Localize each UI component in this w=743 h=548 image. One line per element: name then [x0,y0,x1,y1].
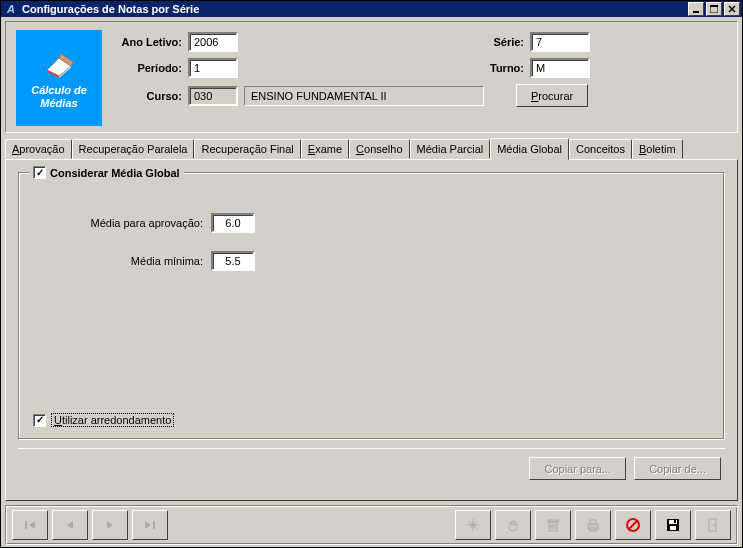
prev-button[interactable] [52,510,88,540]
group-media-global: Considerar Média Global Média para aprov… [18,172,725,440]
client-area: Cálculo de Médias Ano Letivo: 2006 Série… [1,17,742,548]
svg-rect-2 [710,5,718,7]
next-button[interactable] [92,510,128,540]
first-button[interactable] [12,510,48,540]
svg-marker-12 [107,521,113,529]
toolbar [5,505,738,545]
header-panel: Cálculo de Médias Ano Letivo: 2006 Série… [5,21,738,133]
titlebar: A Configurações de Notas por Série [1,1,742,17]
last-button[interactable] [132,510,168,540]
ano-letivo-label: Ano Letivo: [114,36,182,48]
svg-rect-21 [548,520,558,522]
tab-exame[interactable]: Exame [301,139,349,159]
edit-button[interactable] [495,510,531,540]
printer-icon [585,517,601,533]
group-title: Considerar Média Global [29,166,184,179]
media-min-label: Média mínima: [73,255,203,267]
media-min-input[interactable]: 5.5 [211,251,255,271]
considerar-checkbox[interactable] [33,166,46,179]
ano-letivo-input[interactable]: 2006 [188,32,238,52]
curso-label: Curso: [114,90,182,102]
tab-rec-final[interactable]: Recuperação Final [194,139,300,159]
svg-marker-11 [67,521,73,529]
svg-rect-26 [590,520,596,524]
tab-conselho[interactable]: Conselho [349,139,410,159]
svg-line-29 [629,521,637,529]
media-aprov-input[interactable]: 6.0 [211,213,255,233]
svg-rect-9 [25,521,27,529]
tab-media-global[interactable]: Média Global [490,138,569,160]
considerar-label: Considerar Média Global [50,167,180,179]
turno-input[interactable]: M [530,58,590,78]
new-button[interactable] [455,510,491,540]
arred-checkbox[interactable] [33,414,46,427]
exit-button[interactable] [695,510,731,540]
nav-buttons [12,510,168,540]
svg-rect-0 [693,11,699,13]
calc-medias-tile[interactable]: Cálculo de Médias [16,30,102,126]
serie-input[interactable]: 7 [530,32,590,52]
next-icon [103,519,117,531]
cancel-button[interactable] [615,510,651,540]
tab-strip: Aprovação Recuperação Paralela Recuperaç… [5,137,738,159]
trash-icon [545,517,561,533]
arred-label: Utilizar arredondamento [51,413,174,427]
action-buttons [455,510,731,540]
copiar-de-button[interactable]: Copiar de... [634,457,721,480]
periodo-label: Período: [114,62,182,74]
first-icon [23,519,37,531]
turno-label: Turno: [474,62,524,74]
tile-label-1: Cálculo de [31,84,87,97]
svg-marker-10 [29,521,35,529]
media-aprov-label: Média para aprovação: [73,217,203,229]
app-icon: A [3,1,19,17]
header-fields: Ano Letivo: 2006 Série: 7 Período: 1 Tur… [114,30,727,126]
tab-page-media-global: Considerar Média Global Média para aprov… [5,159,738,501]
floppy-icon [665,517,681,533]
maximize-button[interactable] [706,2,722,16]
window-controls [686,2,740,16]
no-entry-icon [625,517,641,533]
svg-rect-33 [674,520,676,523]
rounding-row: Utilizar arredondamento [33,413,174,427]
door-icon [705,517,721,533]
window: A Configurações de Notas por Série Cálcu… [0,0,743,548]
tab-rec-paralela[interactable]: Recuperação Paralela [72,139,195,159]
window-title: Configurações de Notas por Série [22,3,686,15]
procurar-button[interactable]: Procurar [516,84,588,107]
tab-media-parcial[interactable]: Média Parcial [410,139,491,159]
close-button[interactable] [724,2,740,16]
svg-rect-14 [153,521,155,529]
tab-boletim[interactable]: Boletim [632,139,683,159]
serie-label: Série: [474,36,524,48]
prev-icon [63,519,77,531]
svg-marker-13 [145,521,151,529]
copy-buttons: Copiar para... Copiar de... [18,448,725,488]
curso-code: 030 [188,86,238,106]
tabs: Aprovação Recuperação Paralela Recuperaç… [5,137,738,501]
periodo-input[interactable]: 1 [188,58,238,78]
tab-aprovacao[interactable]: Aprovação [5,139,72,159]
minimize-button[interactable] [688,2,704,16]
copiar-para-button[interactable]: Copiar para... [529,457,626,480]
last-icon [143,519,157,531]
svg-point-35 [713,524,715,526]
delete-button[interactable] [535,510,571,540]
print-button[interactable] [575,510,611,540]
sparkle-icon [465,517,481,533]
save-button[interactable] [655,510,691,540]
curso-name: ENSINO FUNDAMENTAL II [244,86,484,106]
tile-label-2: Médias [40,97,77,110]
hand-icon [505,517,521,533]
eraser-icon [39,46,79,78]
tab-conceitos[interactable]: Conceitos [569,139,632,159]
svg-rect-32 [670,526,676,530]
